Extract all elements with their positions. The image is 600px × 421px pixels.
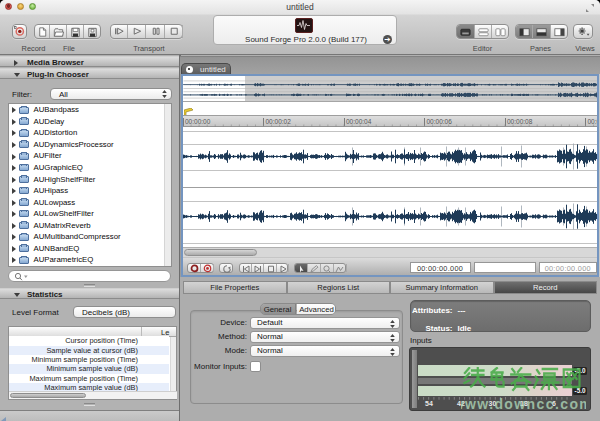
svg-text:www.downcc.com: www.downcc.com <box>461 395 586 411</box>
